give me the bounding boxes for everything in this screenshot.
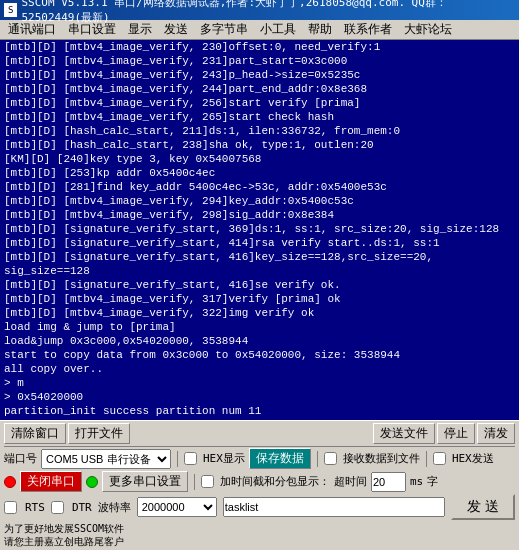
hex-send-label: HEX发送 bbox=[452, 451, 494, 466]
hex-send-checkbox[interactable] bbox=[433, 452, 446, 465]
terminal-line: [mtb][D] [mtbv4_image_verify, 243]p_head… bbox=[4, 68, 515, 82]
main-container: [BOOTAB][D] [bootab_get_fallback_is_enab… bbox=[0, 40, 519, 550]
menu-help[interactable]: 帮助 bbox=[302, 20, 338, 39]
menu-comm-port[interactable]: 通讯端口 bbox=[2, 20, 62, 39]
terminal-line: [mtb][D] [hash_calc_start, 211]ds:1, ile… bbox=[4, 124, 515, 138]
app-icon: S bbox=[4, 3, 17, 17]
toolbar-row4: RTS DTR 波特率 2000000 发 送 bbox=[4, 494, 515, 520]
terminal-line: [mtb][D] [mtbv4_image_verify, 322]img ve… bbox=[4, 306, 515, 320]
timeout-unit: ms bbox=[410, 475, 423, 488]
stop-button[interactable]: 停止 bbox=[437, 423, 475, 444]
terminal-line: [mtb][D] [mtbv4_image_verify, 256]start … bbox=[4, 96, 515, 110]
terminal-line: all copy over.. bbox=[4, 362, 515, 376]
refresh-icon bbox=[86, 476, 98, 488]
clear-window-button[interactable]: 清除窗口 bbox=[4, 423, 66, 444]
terminal-line: [mtb][D] [mtbv4_image_verify, 244]part_e… bbox=[4, 82, 515, 96]
save-data-button[interactable]: 保存数据 bbox=[249, 448, 311, 469]
close-port-button[interactable]: 关闭串口 bbox=[20, 471, 82, 492]
toolbar-row2: 端口号 COM5 USB 串行设备 HEX显示 保存数据 接收数据到文件 HEX… bbox=[4, 448, 515, 469]
terminal-line: [mtb][D] [mtbv4_image_verify, 317]verify… bbox=[4, 292, 515, 306]
toolbar-row3: 关闭串口 更多串口设置 加时间截和分包显示： 超时间 ms 字 bbox=[4, 471, 515, 492]
char-label: 字 bbox=[427, 474, 438, 489]
command-input[interactable] bbox=[223, 497, 445, 517]
port-select[interactable]: COM5 USB 串行设备 bbox=[41, 449, 171, 469]
terminal-line: [mtb][D] [hash_calc_start, 238]sha ok, t… bbox=[4, 138, 515, 152]
terminal-line: [mtb][D] [signature_verify_start, 369]ds… bbox=[4, 222, 515, 236]
timeout-input[interactable] bbox=[371, 472, 406, 492]
terminal-line: [mtb][D] [signature_verify_start, 416]ke… bbox=[4, 250, 515, 278]
terminal-line: [mtb][D] [mtbv4_image_verify, 298]sig_ad… bbox=[4, 208, 515, 222]
menu-tools[interactable]: 小工具 bbox=[254, 20, 302, 39]
bottom-area: 清除窗口 打开文件 发送文件 停止 清发 端口号 COM5 USB 串行设备 H… bbox=[0, 420, 519, 550]
terminal-line: start to copy data from 0x3c000 to 0x540… bbox=[4, 348, 515, 362]
terminal-line: [mtb][D] [253]kp addr 0x5400c4ec bbox=[4, 166, 515, 180]
send-file-button[interactable]: 发送文件 bbox=[373, 423, 435, 444]
terminal-line: [mtb][D] [signature_verify_start, 416]se… bbox=[4, 278, 515, 292]
dtr-checkbox[interactable] bbox=[51, 501, 64, 514]
baud-select[interactable]: 2000000 bbox=[137, 497, 217, 517]
terminal-line: partition_init success partition num 11 bbox=[4, 404, 515, 418]
menu-bar: 通讯端口 串口设置 显示 发送 多字节串 小工具 帮助 联系作者 大虾论坛 bbox=[0, 20, 519, 40]
terminal-line: [mtb][D] [281]find key_addr 5400c4ec->53… bbox=[4, 180, 515, 194]
terminal-line: [KM][D] [240]key type 3, key 0x54007568 bbox=[4, 152, 515, 166]
add-time-label: 加时间截和分包显示： bbox=[220, 474, 330, 489]
menu-multi-byte[interactable]: 多字节串 bbox=[194, 20, 254, 39]
rts-label: RTS bbox=[25, 501, 45, 514]
terminal-line: > m bbox=[4, 376, 515, 390]
toolbar-row5: 为了更好地发展SSCOM软件 请您主册嘉立创电路尾客户 bbox=[4, 522, 515, 548]
terminal-line: [mtb][D] [signature_verify_start, 414]rs… bbox=[4, 236, 515, 250]
title-bar: S SSCOM V5.13.1 串口/网络数据调试器,作者:大虾丁丁,26180… bbox=[0, 0, 519, 20]
right-buttons: 发送文件 停止 清发 bbox=[373, 423, 515, 444]
terminal-line: [mtb][D] [mtbv4_image_verify, 265]start … bbox=[4, 110, 515, 124]
rts-checkbox[interactable] bbox=[4, 501, 17, 514]
menu-forum[interactable]: 大虾论坛 bbox=[398, 20, 458, 39]
terminal-line: load&jump 0x3c000,0x54020000, 3538944 bbox=[4, 334, 515, 348]
dtr-label: DTR bbox=[72, 501, 92, 514]
menu-contact[interactable]: 联系作者 bbox=[338, 20, 398, 39]
open-file-button[interactable]: 打开文件 bbox=[68, 423, 130, 444]
baud-label: 波特率 bbox=[98, 500, 131, 515]
send-button[interactable]: 发 送 bbox=[451, 494, 515, 520]
hex-display-label: HEX显示 bbox=[203, 451, 245, 466]
menu-send[interactable]: 发送 bbox=[158, 20, 194, 39]
more-ports-button[interactable]: 更多串口设置 bbox=[102, 471, 188, 492]
clear-send-button[interactable]: 清发 bbox=[477, 423, 515, 444]
timeout-label: 超时间 bbox=[334, 474, 367, 489]
port-label: 端口号 bbox=[4, 451, 37, 466]
menu-display[interactable]: 显示 bbox=[122, 20, 158, 39]
toolbar-row1: 清除窗口 打开文件 发送文件 停止 清发 bbox=[4, 423, 515, 444]
recv-to-file-label: 接收数据到文件 bbox=[343, 451, 420, 466]
add-time-checkbox[interactable] bbox=[201, 475, 214, 488]
hex-display-checkbox[interactable] bbox=[184, 452, 197, 465]
connection-status-dot bbox=[4, 476, 16, 488]
terminal-line: > 0x54020000 bbox=[4, 390, 515, 404]
terminal-line: [mtb][D] [mtbv4_image_verify, 230]offset… bbox=[4, 40, 515, 54]
menu-serial-settings[interactable]: 串口设置 bbox=[62, 20, 122, 39]
terminal-line: load img & jump to [prima] bbox=[4, 320, 515, 334]
terminal-output[interactable]: [BOOTAB][D] [bootab_get_fallback_is_enab… bbox=[0, 40, 519, 420]
sscom-info: 为了更好地发展SSCOM软件 请您主册嘉立创电路尾客户 bbox=[4, 522, 124, 548]
recv-to-file-checkbox[interactable] bbox=[324, 452, 337, 465]
terminal-line: [mtb][D] [mtbv4_image_verify, 294]key_ad… bbox=[4, 194, 515, 208]
terminal-line: [mtb][D] [mtbv4_image_verify, 231]part_s… bbox=[4, 54, 515, 68]
